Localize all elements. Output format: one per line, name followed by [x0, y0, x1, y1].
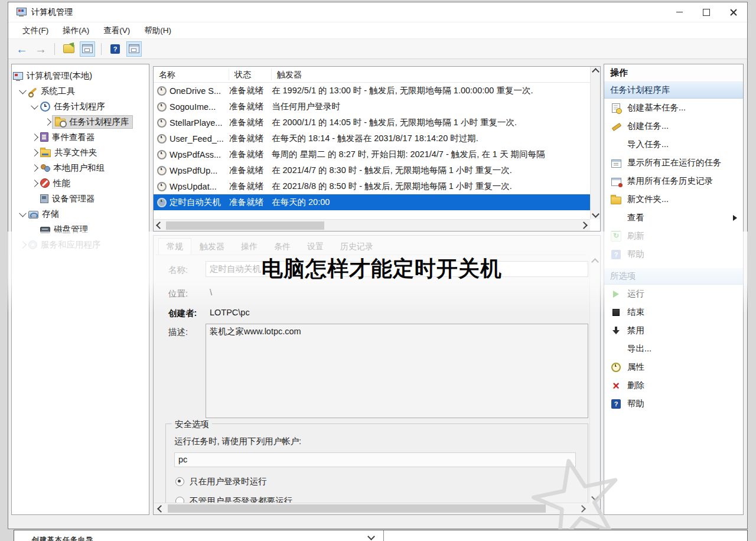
scroll-left-icon[interactable] — [156, 221, 164, 229]
properties-icon — [611, 363, 621, 372]
console-tree-button[interactable] — [126, 41, 142, 57]
details-horizontal-scrollbar[interactable] — [154, 503, 589, 514]
tab-triggers[interactable]: 触发器 — [191, 238, 233, 256]
action-view[interactable]: 查看 — [604, 208, 743, 227]
chevron-down-icon[interactable] — [19, 86, 27, 94]
tree-item-performance[interactable]: 性能 — [12, 175, 149, 191]
action-disable[interactable]: 禁用 — [604, 321, 743, 340]
chevron-right-icon[interactable] — [19, 241, 27, 249]
tab-actions[interactable]: 操作 — [233, 238, 266, 256]
chevron-right-icon[interactable] — [31, 164, 38, 172]
task-row-selected[interactable]: 定时自动关机 准备就绪 在每天的 20:00 — [154, 194, 590, 210]
tree-item-disk-management[interactable]: 磁盘管理 — [12, 221, 149, 237]
chevron-right-icon[interactable] — [31, 133, 38, 141]
action-help-selected[interactable]: 帮助 — [604, 395, 743, 413]
task-row[interactable]: SogouIme... 准备就绪 当任何用户登录时 — [154, 99, 590, 115]
tab-conditions[interactable]: 条件 — [266, 238, 299, 256]
action-disable-task-history[interactable]: 禁用所有任务历史记录 — [604, 172, 743, 190]
forward-button[interactable]: → — [33, 41, 48, 57]
account-hint: 运行任务时, 请使用下列用户帐户: — [174, 436, 301, 447]
section-selected-item[interactable]: 所选项 — [604, 268, 743, 285]
task-row[interactable]: OneDrive S... 准备就绪 在 1992/5/1 的 13:00 时 … — [154, 83, 590, 99]
menu-view[interactable]: 查看(V) — [96, 25, 137, 36]
menu-action[interactable]: 操作(A) — [56, 25, 96, 36]
disable-icon — [612, 327, 620, 335]
task-status: 准备就绪 — [229, 101, 272, 112]
action-refresh[interactable]: 刷新 — [604, 227, 743, 245]
tree-item-task-scheduler[interactable]: 任务计划程序 — [12, 99, 149, 114]
export-list-button[interactable] — [61, 41, 76, 57]
tab-history[interactable]: 历史记录 — [332, 238, 382, 256]
action-label: 刷新 — [627, 230, 644, 242]
tab-general[interactable]: 常规 — [158, 238, 191, 256]
scroll-right-icon[interactable] — [578, 505, 586, 513]
close-button[interactable] — [720, 2, 747, 22]
scrollbar-thumb[interactable] — [168, 504, 546, 513]
scroll-right-icon[interactable] — [580, 221, 588, 229]
section-title: 任务计划程序库 — [610, 84, 670, 96]
users-groups-icon — [40, 164, 50, 172]
scroll-up-icon[interactable] — [591, 258, 599, 266]
back-button[interactable]: ← — [14, 41, 30, 57]
task-status: 准备就绪 — [229, 197, 272, 208]
task-list-horizontal-scrollbar[interactable] — [154, 219, 590, 231]
tree-label: 存储 — [42, 208, 59, 220]
maximize-button[interactable] — [693, 2, 720, 22]
description-field[interactable]: 装机之家www.lotpc.com — [206, 324, 588, 418]
section-task-scheduler-library[interactable]: 任务计划程序库 — [604, 82, 743, 99]
console-window-button[interactable] — [80, 41, 95, 57]
chevron-right-icon[interactable] — [31, 180, 38, 187]
action-import-task[interactable]: 导入任务... — [604, 135, 743, 154]
action-help-library[interactable]: 帮助 — [604, 245, 743, 263]
task-row[interactable]: StellarPlaye... 准备就绪 在 2000/1/1 的 14:05 … — [154, 115, 590, 131]
tree-item-shared-folders[interactable]: 共享文件夹 — [12, 145, 149, 160]
chevron-right-icon[interactable] — [31, 149, 38, 157]
action-run[interactable]: 运行 — [604, 285, 743, 303]
back-arrow-icon: ← — [16, 43, 28, 55]
tree-item-task-scheduler-library[interactable]: 任务计划程序库 — [12, 114, 149, 129]
disk-management-icon — [40, 227, 50, 233]
column-header-status[interactable]: 状态 — [229, 69, 272, 80]
menu-help[interactable]: 帮助(H) — [137, 25, 178, 36]
tree-item-device-manager[interactable]: 设备管理器 — [12, 191, 149, 206]
radio-run-when-logged-on[interactable]: 只在用户登录时运行 — [175, 476, 267, 487]
scrollbar-thumb[interactable] — [166, 221, 324, 230]
divider — [383, 530, 384, 541]
action-properties[interactable]: 属性 — [604, 358, 743, 376]
action-create-basic-task[interactable]: 创建基本任务... — [604, 99, 743, 117]
scroll-down-icon[interactable] — [591, 493, 599, 501]
chevron-right-icon[interactable] — [44, 118, 51, 126]
task-list-vertical-scrollbar[interactable] — [590, 67, 600, 219]
chevron-down-icon[interactable] — [31, 102, 38, 109]
tree-item-storage[interactable]: 存储 — [12, 206, 149, 221]
action-end[interactable]: 结束 — [604, 303, 743, 321]
task-row[interactable]: WpsUpdat... 准备就绪 在 2021/8/8 的 8:50 时 - 触… — [154, 178, 590, 194]
tree-item-system-tools[interactable]: 系统工具 — [12, 83, 149, 99]
task-row[interactable]: WpsPdfUp... 准备就绪 在 2021/4/7 的 8:30 时 - 触… — [154, 162, 590, 178]
action-new-folder[interactable]: 新文件夹... — [604, 190, 743, 208]
action-display-running-tasks[interactable]: 显示所有正在运行的任务 — [604, 154, 743, 172]
tab-settings[interactable]: 设置 — [299, 238, 332, 256]
account-field[interactable]: pc — [174, 452, 576, 467]
scroll-down-icon[interactable] — [592, 210, 599, 218]
tree-item-local-users-groups[interactable]: 本地用户和组 — [12, 160, 149, 175]
menu-file[interactable]: 文件(F) — [8, 25, 56, 36]
chevron-down-icon[interactable] — [19, 209, 27, 217]
scroll-up-icon[interactable] — [592, 68, 599, 76]
task-row[interactable]: User_Feed_... 准备就绪 在每天的 18:14 - 触发器在 203… — [154, 131, 590, 146]
help-toolbar-button[interactable] — [107, 41, 123, 57]
action-create-task[interactable]: 创建任务... — [604, 117, 743, 135]
column-header-trigger[interactable]: 触发器 — [272, 69, 590, 80]
action-delete[interactable]: 删除 — [604, 376, 743, 395]
minimize-button[interactable] — [666, 2, 693, 22]
details-vertical-scrollbar[interactable] — [589, 257, 599, 502]
task-name: StellarPlaye... — [170, 118, 222, 128]
tree-item-event-viewer[interactable]: 事件查看器 — [12, 129, 149, 145]
scroll-left-icon[interactable] — [157, 505, 165, 513]
tree-item-services-applications[interactable]: 服务和应用程序 — [12, 237, 149, 252]
column-header-name[interactable]: 名称 — [154, 69, 229, 80]
task-row[interactable]: WpsPdfAss... 准备就绪 每周的 星期二 的 8:27 时, 开始日期… — [154, 146, 590, 162]
chevron-down-icon[interactable] — [367, 533, 375, 540]
action-export[interactable]: 导出... — [604, 340, 743, 358]
tree-item-computer-management[interactable]: 计算机管理(本地) — [12, 68, 149, 83]
